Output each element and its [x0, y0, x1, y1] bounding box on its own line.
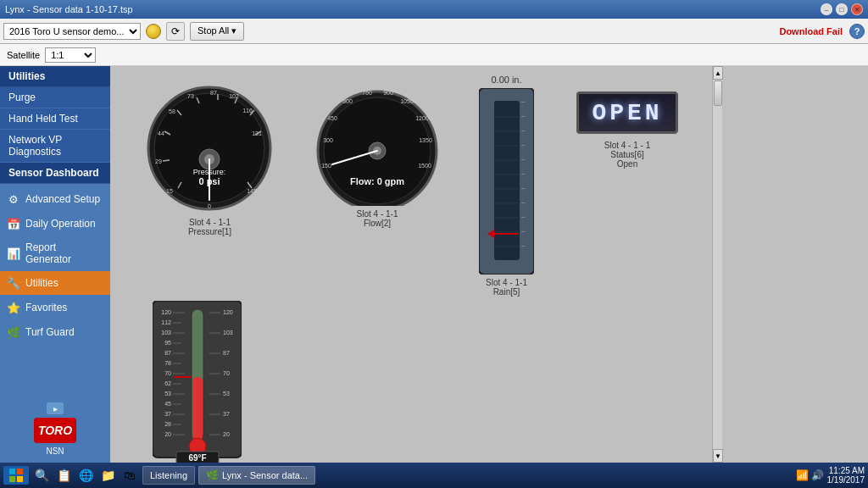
svg-text:--: -- — [521, 141, 526, 147]
taskbar-clock: 11:25 AM 1/19/2017 — [827, 466, 865, 485]
sidebar-favorites[interactable]: ⭐ Favorites — [0, 296, 110, 319]
svg-text:78: 78 — [164, 360, 171, 366]
pressure-gauge-svg: 0 15 29 44 58 73 87 102 116 131 145 — [144, 83, 275, 214]
toro-logo: TORO — [34, 418, 76, 443]
svg-text:--: -- — [521, 185, 526, 191]
svg-text:95: 95 — [164, 340, 171, 346]
svg-text:750: 750 — [362, 90, 372, 96]
report-generator-label: Report Generator — [25, 241, 103, 265]
svg-text:1050: 1050 — [400, 98, 414, 104]
scroll-down-button[interactable]: ▼ — [713, 449, 723, 463]
taskbar-right: 📶 🔊 11:25 AM 1/19/2017 — [796, 466, 865, 485]
satellite-label: Satellite — [7, 50, 40, 60]
svg-text:87: 87 — [210, 90, 217, 96]
open-text: OPEN — [592, 100, 662, 126]
utilities-label: Utilities — [25, 277, 58, 289]
sidebar: Utilities Purge Hand Held Test Network V… — [0, 66, 110, 463]
refresh-icon[interactable]: ⟳ — [166, 22, 185, 41]
flow-gauge-svg: 150 300 450 600 750 900 1050 1200 1350 1… — [309, 83, 445, 206]
scroll-thumb[interactable] — [714, 80, 722, 106]
svg-text:87: 87 — [164, 350, 171, 356]
titlebar: Lynx - Sensor data 1-10-17.tsp – □ ✕ — [0, 0, 868, 19]
maximize-button[interactable]: □ — [836, 3, 848, 15]
help-button[interactable]: ? — [849, 24, 865, 39]
listening-label: Listening — [150, 470, 187, 480]
svg-text:37: 37 — [223, 411, 230, 417]
sidebar-item-sensor-dashboard[interactable]: Sensor Dashboard — [0, 163, 110, 184]
sidebar-report-generator[interactable]: 📊 Report Generator — [0, 236, 110, 270]
svg-text:--: -- — [521, 199, 526, 205]
daily-operation-label: Daily Operation — [25, 218, 96, 230]
content-area: 0 15 29 44 58 73 87 102 116 131 145 — [110, 66, 722, 463]
sidebar-item-hand-held[interactable]: Hand Held Test — [0, 108, 110, 130]
svg-text:15: 15 — [166, 188, 173, 194]
system-tray-icons: 📶 🔊 — [796, 469, 824, 481]
sidebar-daily-operation[interactable]: 📅 Daily Operation — [0, 212, 110, 236]
volume-icon: 🔊 — [811, 469, 824, 481]
sidebar-item-utilities[interactable]: Utilities — [0, 66, 110, 87]
pressure-slot-label: Slot 4 - 1-1 Pressure[1] — [188, 218, 231, 236]
task-view-icon[interactable]: 📋 — [54, 466, 73, 485]
satellite-bar: Satellite 1:1 — [0, 44, 868, 66]
download-fail-status: Download Fail — [779, 26, 843, 36]
scroll-track — [713, 80, 722, 449]
svg-text:20: 20 — [164, 431, 171, 437]
sidebar-advanced-setup[interactable]: ⚙ Advanced Setup — [0, 187, 110, 211]
search-icon[interactable]: 🔍 — [32, 466, 51, 485]
rain-slot-label: Slot 4 - 1-1 Rain[5] — [486, 278, 527, 297]
scroll-up-button[interactable]: ▲ — [713, 66, 723, 80]
rain-gauge-svg: -- -- -- -- -- -- -- -- -- -- -- — [479, 88, 534, 274]
svg-text:69°F: 69°F — [188, 453, 206, 463]
expand-button[interactable]: ▸ — [47, 402, 64, 414]
main-layout: Utilities Purge Hand Held Test Network V… — [0, 66, 868, 463]
start-button[interactable] — [3, 466, 29, 485]
store-icon[interactable]: 🛍 — [120, 466, 139, 485]
folder-icon[interactable]: 📁 — [98, 466, 117, 485]
svg-text:900: 900 — [383, 90, 393, 96]
svg-text:45: 45 — [164, 401, 171, 407]
svg-text:450: 450 — [327, 115, 337, 121]
minimize-button[interactable]: – — [821, 3, 832, 15]
taskbar: 🔍 📋 🌐 📁 🛍 Listening 🌿 Lynx - Sensor data… — [0, 463, 868, 488]
satellite-select[interactable]: 1:1 — [45, 47, 96, 63]
svg-rect-120 — [17, 476, 23, 482]
turf-guard-label: Turf Guard — [25, 326, 75, 338]
edge-icon[interactable]: 🌐 — [76, 466, 95, 485]
favorites-label: Favorites — [25, 302, 67, 313]
sidebar-turf-guard[interactable]: 🌿 Turf Guard — [0, 320, 110, 344]
svg-text:300: 300 — [323, 137, 333, 143]
flow-gauge-wrapper: 150 300 450 600 750 900 1050 1200 1350 1… — [309, 83, 445, 228]
svg-rect-117 — [9, 469, 15, 474]
svg-text:37: 37 — [164, 411, 171, 417]
svg-text:1500: 1500 — [418, 163, 431, 169]
sidebar-utilities[interactable]: 🔧 Utilities — [0, 271, 110, 295]
sidebar-bottom: ▸ TORO NSN — [0, 396, 110, 463]
advanced-setup-label: Advanced Setup — [25, 193, 100, 205]
svg-text:20: 20 — [223, 431, 230, 437]
nsn-label: NSN — [46, 446, 64, 456]
stop-all-button[interactable]: Stop All ▾ — [190, 22, 244, 41]
device-select[interactable]: 2016 Toro U sensor demo... — [3, 23, 141, 40]
svg-text:44: 44 — [158, 130, 164, 136]
dashboard: 0 15 29 44 58 73 87 102 116 131 145 — [110, 66, 712, 313]
pressure-gauge-wrapper: 0 15 29 44 58 73 87 102 116 131 145 — [144, 83, 275, 236]
svg-text:58: 58 — [169, 108, 175, 114]
svg-text:--: -- — [521, 170, 526, 176]
sidebar-top: Utilities Purge Hand Held Test Network V… — [0, 66, 110, 184]
date-display: 1/19/2017 — [827, 475, 865, 485]
close-button[interactable]: ✕ — [851, 3, 863, 15]
sidebar-item-network-vp[interactable]: Network VP Diagnostics — [0, 130, 110, 163]
listening-app[interactable]: Listening — [142, 466, 195, 485]
window-controls: – □ ✕ — [821, 3, 863, 15]
sidebar-menu: ⚙ Advanced Setup 📅 Daily Operation 📊 Rep… — [0, 184, 110, 347]
svg-text:--: -- — [521, 127, 526, 133]
svg-text:62: 62 — [164, 380, 171, 386]
toolbar-right: Download Fail ? — [779, 24, 865, 39]
status-slot-label: Slot 4 - 1 - 1 Status[6] Open — [604, 141, 650, 169]
leaf-icon: 🌿 — [7, 325, 20, 339]
lynx-app[interactable]: 🌿 Lynx - Sensor data... — [198, 466, 315, 485]
sidebar-item-purge[interactable]: Purge — [0, 87, 110, 108]
rain-gauge-wrapper: 0.00 in. -- -- -- -- — [479, 75, 534, 297]
svg-text:103: 103 — [161, 330, 171, 336]
scrollbar: ▲ ▼ — [712, 66, 722, 463]
